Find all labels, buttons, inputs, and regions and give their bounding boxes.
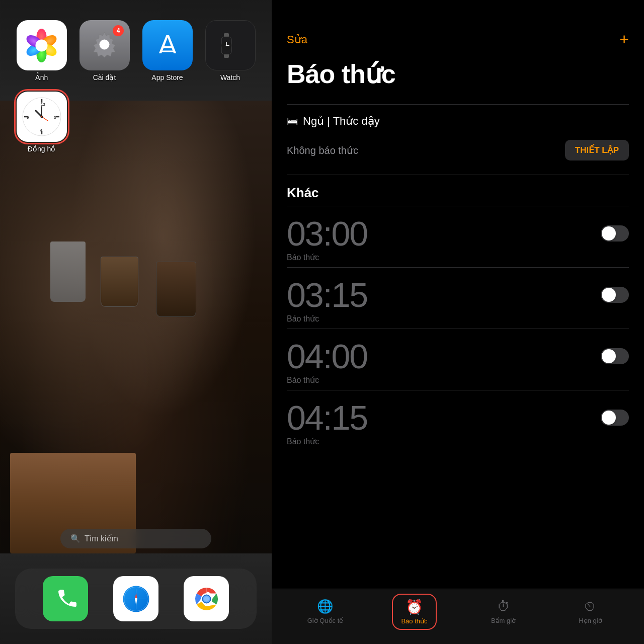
svg-text:A: A xyxy=(158,30,176,59)
svg-text:9: 9 xyxy=(27,115,29,120)
svg-point-17 xyxy=(226,45,227,46)
clock-label: Đồng hồ xyxy=(28,145,55,153)
setup-button[interactable]: THIẾT LẬP xyxy=(565,140,629,160)
svg-point-43 xyxy=(204,596,209,601)
alarm-time-display: 03:00 xyxy=(287,216,367,251)
sleep-title: Ngủ | Thức dậy xyxy=(303,115,380,128)
alarm-sublabel: Báo thức xyxy=(287,253,629,262)
alarm-content: 🛏 Ngủ | Thức dậy Không báo thức THIẾT LẬ… xyxy=(272,104,644,589)
alarm-time-row: 04:15 xyxy=(287,400,629,435)
background-photo xyxy=(0,101,272,553)
appstore-label: App Store xyxy=(151,73,183,82)
settings-label: Cài đặt xyxy=(93,73,116,82)
alarm-toggle-0300[interactable] xyxy=(601,225,629,242)
alarm-time-display: 03:15 xyxy=(287,278,367,312)
settings-icon: 4 xyxy=(79,20,130,70)
app-appstore[interactable]: A App Store xyxy=(141,20,194,82)
timer-label: Hẹn giờ xyxy=(579,617,602,624)
dock xyxy=(15,569,257,629)
alarm-time-display: 04:00 xyxy=(287,339,367,373)
alarm-item-0415[interactable]: 04:15 Báo thức xyxy=(287,390,629,451)
phone-svg xyxy=(52,585,79,613)
add-button[interactable]: + xyxy=(619,30,629,49)
svg-point-38 xyxy=(135,598,137,600)
dock-chrome[interactable] xyxy=(184,576,229,621)
alarm-toggle-0315[interactable] xyxy=(601,287,629,303)
photos-flower-svg xyxy=(23,27,60,64)
other-section-title: Khác xyxy=(287,185,629,201)
watch-icon xyxy=(205,20,256,70)
clock-face-svg: 12 3 6 9 xyxy=(22,97,62,137)
search-bar[interactable]: 🔍 Tìm kiếm xyxy=(60,529,211,548)
home-screen: Ảnh 4 Cài đặt A xyxy=(0,0,272,644)
sleep-header: 🛏 Ngủ | Thức dậy xyxy=(287,115,629,128)
timer-icon: ⏲ xyxy=(584,599,597,614)
settings-badge: 4 xyxy=(113,25,124,36)
dock-safari[interactable] xyxy=(113,576,158,621)
sleep-row: Không báo thức THIẾT LẬP xyxy=(287,136,629,165)
tab-world-clock[interactable]: 🌐 Giờ Quốc tế xyxy=(305,599,345,624)
photos-label: Ảnh xyxy=(35,73,48,82)
app-photos[interactable]: Ảnh xyxy=(15,20,68,82)
edit-button[interactable]: Sửa xyxy=(287,33,307,46)
app-grid: Ảnh 4 Cài đặt A xyxy=(15,20,257,153)
alarm-time-row: 04:00 xyxy=(287,339,629,373)
sleep-section: 🛏 Ngủ | Thức dậy Không báo thức THIẾT LẬ… xyxy=(287,104,629,175)
appstore-svg: A xyxy=(152,30,183,60)
alarm-item-0400[interactable]: 04:00 Báo thức xyxy=(287,329,629,390)
search-icon: 🔍 xyxy=(70,534,80,543)
alarm-sublabel: Báo thức xyxy=(287,314,629,324)
alarm-toggle-0400[interactable] xyxy=(601,348,629,364)
chrome-svg xyxy=(193,585,220,613)
stopwatch-label: Bấm giờ xyxy=(491,617,516,624)
appstore-icon: A xyxy=(142,20,193,70)
stopwatch-icon: ⏱ xyxy=(497,599,510,614)
sleep-status: Không báo thức xyxy=(287,144,358,156)
clock-icon: 12 3 6 9 xyxy=(17,92,67,142)
alarm-time-display: 04:15 xyxy=(287,400,367,435)
app-watch[interactable]: Watch xyxy=(204,20,257,82)
toggle-thumb xyxy=(602,411,616,425)
alarm-time-row: 03:00 xyxy=(287,216,629,251)
watch-label: Watch xyxy=(220,73,240,82)
photos-icon xyxy=(17,20,67,70)
alarm-item-0315[interactable]: 03:15 Báo thức xyxy=(287,267,629,329)
svg-point-31 xyxy=(41,116,42,117)
page-title: Báo thức xyxy=(272,59,644,104)
world-clock-icon: 🌐 xyxy=(317,599,333,614)
alarm-sublabel: Báo thức xyxy=(287,437,629,446)
alarm-screen: Sửa + Báo thức 🛏 Ngủ | Thức dậy Không bá… xyxy=(272,0,644,644)
tab-alarm[interactable]: ⏰ Báo thức xyxy=(392,594,436,630)
svg-point-8 xyxy=(100,39,110,49)
toggle-thumb xyxy=(602,288,616,302)
watch-svg xyxy=(214,29,247,62)
alarm-header: Sửa + xyxy=(272,0,644,59)
alarm-tab-border: ⏰ Báo thức xyxy=(392,594,436,630)
toggle-thumb xyxy=(602,349,616,363)
bed-icon: 🛏 xyxy=(287,115,298,128)
world-clock-label: Giờ Quốc tế xyxy=(307,617,344,624)
other-section: Khác 03:00 Báo thức 03:15 xyxy=(287,175,629,461)
svg-text:12: 12 xyxy=(41,102,45,107)
alarm-sublabel: Báo thức xyxy=(287,375,629,385)
app-settings[interactable]: 4 Cài đặt xyxy=(78,20,131,82)
tab-stopwatch[interactable]: ⏱ Bấm giờ xyxy=(484,599,524,624)
svg-text:3: 3 xyxy=(54,115,56,120)
toggle-thumb xyxy=(602,226,616,240)
svg-text:6: 6 xyxy=(40,128,43,133)
alarm-tab-label: Báo thức xyxy=(401,617,427,625)
svg-point-6 xyxy=(36,39,48,51)
alarm-toggle-0415[interactable] xyxy=(601,410,629,426)
tab-timer[interactable]: ⏲ Hẹn giờ xyxy=(570,599,610,624)
alarm-time-row: 03:15 xyxy=(287,278,629,312)
safari-svg xyxy=(122,585,150,613)
dock-phone[interactable] xyxy=(43,576,88,621)
app-clock[interactable]: 12 3 6 9 Đồng hồ xyxy=(15,92,68,153)
alarm-tab-icon: ⏰ xyxy=(406,599,423,615)
search-placeholder: Tìm kiếm xyxy=(85,534,118,543)
alarm-item-0300[interactable]: 03:00 Báo thức xyxy=(287,206,629,267)
tab-bar: 🌐 Giờ Quốc tế ⏰ Báo thức ⏱ Bấm giờ ⏲ Hẹn… xyxy=(272,589,644,644)
